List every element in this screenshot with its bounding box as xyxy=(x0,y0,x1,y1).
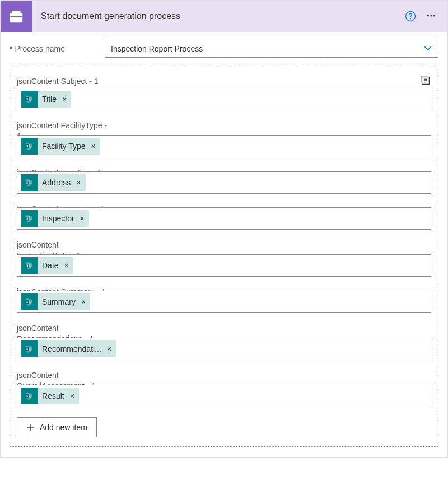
parameter-input[interactable]: SDate× xyxy=(17,254,431,277)
token-remove-icon[interactable]: × xyxy=(81,297,86,306)
help-icon[interactable] xyxy=(405,11,416,22)
connector-icon xyxy=(1,1,32,32)
svg-text:S: S xyxy=(26,300,28,304)
svg-text:S: S xyxy=(26,97,28,101)
token-label: Date xyxy=(42,261,59,270)
dynamic-token[interactable]: STitle× xyxy=(21,91,71,108)
sharepoint-icon: S xyxy=(21,174,38,191)
card-body: *Process name Inspection Report Process … xyxy=(1,32,447,457)
action-card: Start document generation process *Proce… xyxy=(0,0,448,458)
dynamic-token[interactable]: SResult× xyxy=(21,388,79,404)
svg-text:S: S xyxy=(26,181,28,184)
sharepoint-icon: S xyxy=(21,138,38,155)
svg-rect-0 xyxy=(10,13,23,22)
token-label: Address xyxy=(42,178,71,187)
parameter-input[interactable]: SInspector× xyxy=(17,207,431,230)
dynamic-token[interactable]: SSummary× xyxy=(21,293,90,310)
card-header: Start document generation process xyxy=(1,1,447,32)
dynamic-token[interactable]: SDate× xyxy=(21,257,73,274)
token-remove-icon[interactable]: × xyxy=(80,214,85,223)
token-remove-icon[interactable]: × xyxy=(62,95,67,104)
parameter-label: jsonContent Subject - 1 xyxy=(17,76,112,87)
dynamic-token[interactable]: SFacility Type× xyxy=(21,138,100,155)
token-label: Title xyxy=(42,95,57,104)
token-label: Facility Type xyxy=(42,142,86,151)
parameter-input[interactable]: SSummary× xyxy=(17,291,431,313)
parameter-field: jsonContent InspectionDate - 1SDate× xyxy=(17,240,431,277)
token-label: Recommendati... xyxy=(42,344,101,353)
parameter-field: jsonContent Inspector - 1SInspector× xyxy=(17,204,431,230)
sharepoint-icon: S xyxy=(21,293,38,310)
parameter-field: jsonContent Subject - 1STitle× xyxy=(17,76,431,110)
parameter-field: jsonContent Summary - 1SSummary× xyxy=(17,287,431,313)
add-new-item-button[interactable]: Add new item xyxy=(17,417,97,437)
dynamic-token[interactable]: SAddress× xyxy=(21,174,86,191)
token-remove-icon[interactable]: × xyxy=(64,261,69,270)
svg-text:S: S xyxy=(26,394,28,398)
parameter-input[interactable]: SFacility Type× xyxy=(17,135,431,157)
process-name-row: *Process name Inspection Report Process xyxy=(10,40,438,58)
svg-text:S: S xyxy=(26,347,28,351)
token-remove-icon[interactable]: × xyxy=(107,344,111,353)
parameter-input[interactable]: SResult× xyxy=(17,385,431,407)
parameter-field: jsonContent Location - 1SAddress× xyxy=(17,167,431,194)
dynamic-token[interactable]: SInspector× xyxy=(21,210,89,227)
sharepoint-icon: S xyxy=(21,257,38,274)
process-name-label: *Process name xyxy=(10,44,105,53)
card-title: Start document generation process xyxy=(41,11,405,21)
process-name-select[interactable]: Inspection Report Process xyxy=(105,40,438,58)
token-label: Result xyxy=(42,391,64,400)
svg-point-5 xyxy=(427,15,429,16)
sharepoint-icon: S xyxy=(21,340,38,357)
sharepoint-icon: S xyxy=(21,388,38,404)
parameter-field: jsonContent FacilityType - 1SFacility Ty… xyxy=(17,120,431,157)
token-remove-icon[interactable]: × xyxy=(91,142,96,151)
svg-rect-2 xyxy=(10,16,22,17)
svg-text:S: S xyxy=(26,264,28,267)
parameter-input[interactable]: SAddress× xyxy=(17,171,431,194)
svg-point-6 xyxy=(430,15,432,16)
token-label: Summary xyxy=(42,297,76,306)
token-label: Inspector xyxy=(42,214,74,223)
svg-text:S: S xyxy=(26,144,28,148)
parameter-field: jsonContent Recommendations - 1SRecommen… xyxy=(17,323,431,360)
svg-rect-1 xyxy=(12,11,21,13)
svg-point-4 xyxy=(410,18,411,20)
dynamic-token[interactable]: SRecommendati...× xyxy=(21,340,116,357)
parameter-input[interactable]: SRecommendati...× xyxy=(17,338,431,360)
token-remove-icon[interactable]: × xyxy=(76,178,81,187)
svg-text:S: S xyxy=(26,217,28,221)
more-icon[interactable] xyxy=(424,8,438,25)
add-new-item-label: Add new item xyxy=(40,423,87,432)
chevron-down-icon xyxy=(423,44,432,54)
sharepoint-icon: S xyxy=(21,210,38,227)
sharepoint-icon: S xyxy=(21,91,38,108)
process-name-value: Inspection Report Process xyxy=(111,44,423,53)
svg-point-7 xyxy=(433,15,435,16)
parameter-input[interactable]: STitle× xyxy=(17,88,431,110)
parameter-field: jsonContent OverallAssessment - 1SResult… xyxy=(17,370,431,407)
token-remove-icon[interactable]: × xyxy=(70,391,74,400)
parameters-container: jsonContent Subject - 1STitle×jsonConten… xyxy=(10,67,438,447)
